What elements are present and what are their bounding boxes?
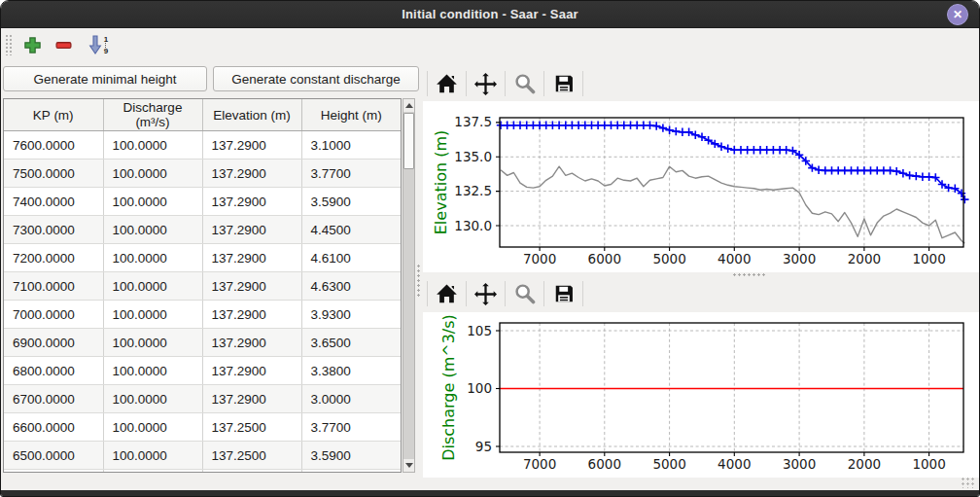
table-cell[interactable]: 4.6100 [301, 244, 401, 272]
discharge-plot-canvas[interactable]: 700060005000400030002000100010510095Disc… [423, 312, 979, 478]
table-cell[interactable]: 7000.0000 [4, 301, 103, 329]
table-cell[interactable]: 137.2900 [202, 385, 301, 413]
initial-condition-table: KP (m)Discharge (m³/s)Elevation (m)Heigh… [3, 98, 402, 473]
window: Initial condition - Saar - Saar ✕ 1 [0, 0, 980, 497]
table-row: 6600.0000100.0000137.25003.7700 [4, 413, 401, 442]
table-cell[interactable]: 137.2900 [202, 160, 301, 188]
zoom-button[interactable] [506, 69, 543, 98]
scroll-up-button[interactable] [403, 99, 414, 112]
table-cell[interactable]: 137.2900 [202, 131, 301, 160]
svg-text:3000: 3000 [783, 456, 816, 472]
column-header[interactable]: Discharge (m³/s) [103, 99, 202, 131]
svg-text:7000: 7000 [523, 456, 556, 472]
toolbar-grip[interactable] [5, 34, 13, 55]
close-button[interactable]: ✕ [947, 4, 968, 25]
svg-text:4000: 4000 [718, 456, 751, 472]
table-cell[interactable]: 3.3800 [301, 357, 401, 385]
svg-text:137.5: 137.5 [454, 114, 492, 129]
table-cell[interactable]: 3.5900 [301, 442, 401, 470]
remove-row-button[interactable] [50, 31, 77, 58]
table-row: 6800.0000100.0000137.29003.3800 [4, 357, 401, 385]
table-cell[interactable]: 137.2900 [202, 301, 301, 329]
window-resize-grip[interactable] [961, 477, 974, 488]
save-button[interactable] [544, 69, 582, 98]
main-toolbar: 1 9 [1, 28, 979, 61]
table-cell[interactable]: 3.7700 [301, 413, 401, 442]
table-cell[interactable]: 7400.0000 [4, 188, 103, 216]
table-cell[interactable]: 3.5900 [301, 188, 401, 216]
table-cell[interactable]: 3.0000 [301, 385, 401, 413]
arrow-up-icon [405, 103, 413, 108]
column-header[interactable]: Elevation (m) [202, 99, 301, 131]
table-row: 7200.0000100.0000137.29004.6100 [4, 244, 401, 272]
table-cell[interactable]: 100.0000 [103, 301, 202, 329]
table-cell[interactable]: 6900.0000 [4, 329, 103, 357]
table-cell[interactable]: 137.2900 [202, 357, 301, 385]
svg-text:3000: 3000 [783, 251, 816, 266]
table-cell[interactable]: 100.0000 [103, 357, 202, 385]
elevation-plot-canvas[interactable]: 7000600050004000300020001000137.5135.013… [423, 101, 979, 272]
table-cell[interactable]: 3.6500 [301, 329, 401, 357]
table-cell[interactable]: 7300.0000 [4, 216, 103, 244]
table-cell[interactable]: 6500.0000 [4, 442, 103, 470]
table-cell[interactable]: 7100.0000 [4, 272, 103, 301]
column-header[interactable]: Height (m) [301, 99, 401, 131]
svg-text:5000: 5000 [652, 456, 685, 472]
titlebar: Initial condition - Saar - Saar ✕ [1, 1, 979, 28]
table-cell[interactable]: 7200.0000 [4, 244, 103, 272]
table-cell[interactable] [4, 470, 103, 474]
table-cell[interactable]: 137.2500 [202, 442, 301, 470]
table-cell[interactable]: 100.0000 [103, 216, 202, 244]
save-button[interactable] [544, 279, 582, 308]
pan-button[interactable] [467, 69, 505, 98]
table-cell[interactable]: 100.0000 [103, 385, 202, 413]
pan-button[interactable] [467, 279, 505, 308]
table-cell[interactable]: 137.2900 [202, 216, 301, 244]
table-cell[interactable]: 3.1000 [301, 131, 401, 160]
magnifier-icon [514, 283, 536, 304]
scrollbar-thumb[interactable] [403, 113, 414, 169]
table-cell[interactable]: 137.2900 [202, 329, 301, 357]
table-cell[interactable]: 137.2900 [202, 272, 301, 301]
table-cell[interactable]: 100.0000 [103, 272, 202, 301]
table-cell[interactable]: 7500.0000 [4, 160, 103, 188]
elevation-plot-toolbar [423, 69, 979, 98]
table-cell[interactable]: 137.2500 [202, 413, 301, 442]
generate-minimal-height-button[interactable]: Generate minimal height [3, 66, 207, 91]
column-header[interactable]: KP (m) [4, 99, 103, 131]
table-cell[interactable]: 100.0000 [103, 188, 202, 216]
table-cell[interactable]: 100.0000 [103, 131, 202, 160]
y-axis-label: Discharge (m^3/s) [439, 314, 458, 461]
table-cell[interactable] [202, 470, 301, 474]
table-cell[interactable]: 4.4500 [301, 216, 401, 244]
table-cell[interactable]: 6600.0000 [4, 413, 103, 442]
panel-splitter-handle[interactable] [416, 264, 421, 297]
table-cell[interactable]: 100.0000 [103, 413, 202, 442]
table-cell[interactable]: 6700.0000 [4, 385, 103, 413]
table-cell[interactable]: 137.2900 [202, 244, 301, 272]
table-cell[interactable]: 100.0000 [103, 160, 202, 188]
table-cell[interactable]: 137.2900 [202, 188, 301, 216]
table-cell[interactable]: 3.7700 [301, 160, 401, 188]
table-cell[interactable]: 3.9300 [301, 301, 401, 329]
home-button[interactable] [428, 279, 466, 308]
plus-icon [23, 36, 42, 54]
home-button[interactable] [428, 69, 466, 98]
table-cell[interactable]: 100.0000 [103, 442, 202, 470]
scroll-down-button[interactable] [403, 459, 414, 472]
svg-text:105: 105 [467, 323, 492, 338]
table-cell[interactable]: 4.6300 [301, 272, 401, 301]
vertical-scrollbar[interactable] [402, 98, 415, 473]
sort-button[interactable]: 1 9 [83, 31, 114, 58]
zoom-button[interactable] [506, 279, 543, 308]
table-cell[interactable]: 7600.0000 [4, 131, 103, 160]
add-row-button[interactable] [18, 31, 46, 58]
svg-text:5000: 5000 [652, 251, 685, 266]
table-cell[interactable]: 100.0000 [103, 244, 202, 272]
table-cell[interactable] [301, 470, 401, 474]
table-cell[interactable]: 6800.0000 [4, 357, 103, 385]
generate-constant-discharge-button[interactable]: Generate constant discharge [213, 66, 419, 91]
table-cell[interactable] [103, 470, 202, 474]
table-cell[interactable]: 100.0000 [103, 329, 202, 357]
plot-splitter-handle[interactable] [732, 272, 765, 277]
